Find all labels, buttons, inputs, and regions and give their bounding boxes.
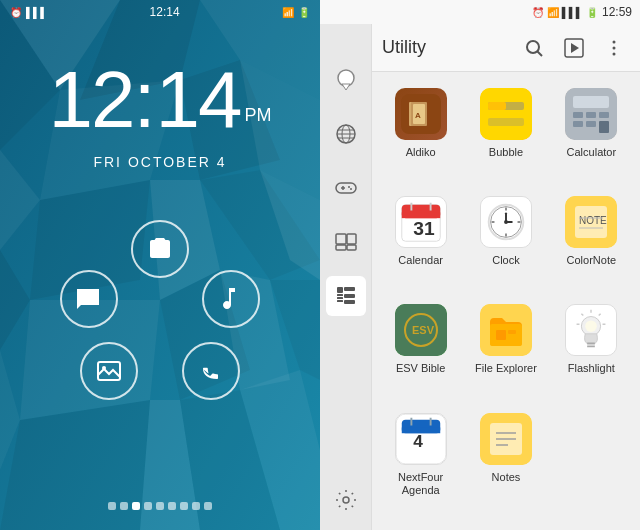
sidebar-item-settings[interactable] (326, 480, 366, 520)
svg-rect-44 (337, 300, 343, 302)
dot-6 (168, 502, 176, 510)
time-hours: 12 (48, 55, 133, 144)
lock-shortcuts (0, 220, 320, 400)
svg-rect-67 (573, 112, 583, 118)
app-label-aldiko: Aldiko (406, 146, 436, 159)
svg-point-53 (613, 40, 616, 43)
dot-5 (156, 502, 164, 510)
sidebar-item-browser[interactable] (326, 114, 366, 154)
svg-text:A: A (415, 111, 421, 120)
svg-rect-41 (337, 287, 343, 293)
dot-3 (132, 502, 140, 510)
shortcut-phone[interactable] (182, 342, 240, 400)
svg-rect-70 (573, 121, 583, 127)
app-esv[interactable]: ESV ESV Bible (380, 296, 461, 400)
dot-9 (204, 502, 212, 510)
play-button[interactable] (558, 32, 590, 64)
svg-point-89 (504, 220, 508, 224)
app-fileexp[interactable]: File Explorer (465, 296, 546, 400)
svg-rect-66 (573, 96, 609, 108)
svg-rect-71 (586, 121, 596, 127)
app-icon-bubble (480, 88, 532, 140)
app-drawer: ⏰ 📶 ▌▌▌ 🔋 12:59 (320, 0, 640, 530)
sidebar-item-games[interactable] (326, 168, 366, 208)
app-bubble[interactable]: Bubble (465, 80, 546, 184)
app-colornote[interactable]: NOTE ColorNote (551, 188, 632, 292)
shortcut-camera[interactable] (131, 220, 189, 278)
app-clock[interactable]: Clock (465, 188, 546, 292)
svg-point-49 (527, 41, 539, 53)
svg-rect-63 (488, 118, 524, 126)
svg-rect-43 (337, 297, 343, 299)
right-status-icons: ⏰ 📶 ▌▌▌ 🔋 (532, 7, 598, 18)
svg-rect-68 (586, 112, 596, 118)
right-status-time: 12:59 (602, 5, 632, 19)
app-notes[interactable]: Notes (465, 405, 546, 522)
left-status-left-icons: ⏰ ▌▌▌ (10, 7, 47, 18)
svg-rect-100 (496, 330, 506, 340)
app-calendar[interactable]: 31 Calendar (380, 188, 461, 292)
sidebar-item-utility[interactable] (326, 276, 366, 316)
app-icon-fileexp (480, 304, 532, 356)
svg-text:ESV: ESV (412, 324, 435, 336)
app-grid: A Aldiko Bubble (372, 72, 640, 530)
signal-bars-right: ▌▌▌ (562, 7, 583, 18)
svg-rect-38 (347, 234, 356, 244)
time-ampm: PM (245, 105, 272, 125)
svg-rect-72 (599, 121, 609, 133)
left-status-time: 12:14 (150, 5, 180, 19)
shortcut-gallery[interactable] (80, 342, 138, 400)
page-dots (0, 502, 320, 510)
time-minutes: 14 (156, 55, 241, 144)
app-flashlight[interactable]: Flashlight (551, 296, 632, 400)
more-button[interactable] (598, 32, 630, 64)
wifi-icon-right: 📶 (547, 7, 559, 18)
svg-rect-39 (336, 245, 346, 250)
app-icon-calculator (565, 88, 617, 140)
app-label-esv: ESV Bible (396, 362, 446, 375)
app-calculator[interactable]: Calculator (551, 80, 632, 184)
svg-rect-47 (344, 300, 355, 304)
search-button[interactable] (518, 32, 550, 64)
svg-point-35 (348, 186, 350, 188)
svg-rect-46 (344, 294, 355, 298)
svg-point-106 (586, 321, 598, 333)
dot-4 (144, 502, 152, 510)
shortcut-message[interactable] (60, 270, 118, 328)
left-status-right-icons: 📶 🔋 (282, 7, 310, 18)
svg-rect-76 (401, 213, 439, 219)
svg-rect-101 (508, 330, 516, 334)
svg-text:31: 31 (413, 219, 435, 240)
sidebar-item-media[interactable] (326, 222, 366, 262)
right-status-bar: ⏰ 📶 ▌▌▌ 🔋 12:59 (320, 0, 640, 24)
app-icon-flashlight (565, 304, 617, 356)
category-title: Utility (382, 37, 510, 58)
app-aldiko[interactable]: A Aldiko (380, 80, 461, 184)
shortcuts-grid[interactable] (60, 220, 260, 400)
svg-point-54 (613, 46, 616, 49)
svg-point-36 (350, 188, 352, 190)
lock-screen: ⏰ ▌▌▌ 12:14 📶 🔋 12:14PM FRI OCTOBER 4 (0, 0, 320, 530)
app-icon-notes (480, 413, 532, 465)
left-status-bar: ⏰ ▌▌▌ 12:14 📶 🔋 (0, 0, 320, 24)
app-label-colornote: ColorNote (567, 254, 617, 267)
app-icon-colornote: NOTE (565, 196, 617, 248)
app-label-fileexp: File Explorer (475, 362, 537, 375)
app-label-bubble: Bubble (489, 146, 523, 159)
app-label-flashlight: Flashlight (568, 362, 615, 375)
lock-screen-date: FRI OCTOBER 4 (0, 154, 320, 170)
app-nextfour[interactable]: 4 NextFour Agenda (380, 405, 461, 522)
dot-8 (192, 502, 200, 510)
svg-rect-42 (337, 294, 343, 296)
dot-1 (108, 502, 116, 510)
battery-icon-left: 🔋 (298, 7, 310, 18)
svg-text:NOTE: NOTE (579, 215, 607, 226)
lock-screen-time: 12:14PM (0, 54, 320, 146)
svg-line-50 (538, 51, 543, 56)
svg-rect-32 (336, 183, 356, 193)
sidebar-item-messages[interactable] (326, 60, 366, 100)
svg-rect-64 (488, 102, 506, 110)
time-colon: : (133, 55, 155, 144)
shortcut-music[interactable] (202, 270, 260, 328)
app-label-calendar: Calendar (398, 254, 443, 267)
